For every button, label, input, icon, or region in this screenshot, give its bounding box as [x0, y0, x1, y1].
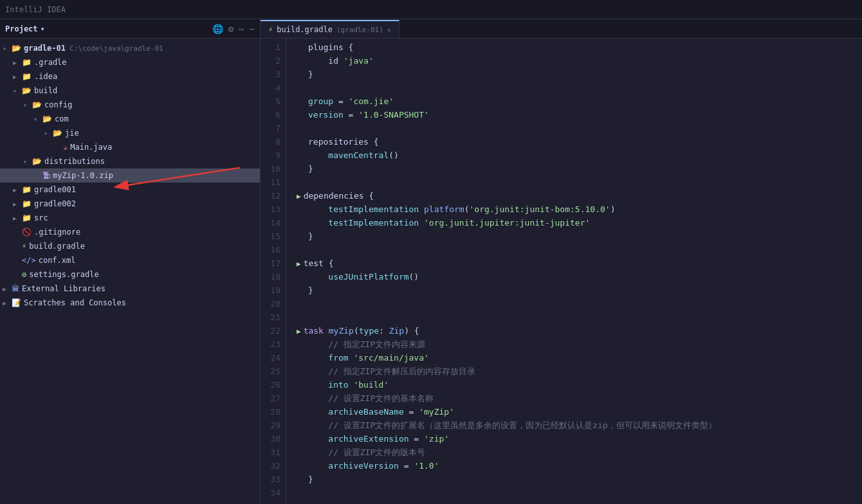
code-line: [297, 82, 852, 95]
line-number: 14: [266, 217, 280, 230]
tree-item-main-java[interactable]: ☕ Main.java: [0, 140, 260, 154]
tree-item-build[interactable]: ▾ 📂 build: [0, 84, 260, 98]
folder-icon: 📁: [22, 72, 32, 81]
tree-label: src: [34, 213, 48, 222]
code-line: [297, 176, 852, 190]
tree-item-jie[interactable]: ▾ 📂 jie: [0, 126, 260, 140]
arrow-icon: ▾: [3, 45, 12, 52]
tree-item-gradle002[interactable]: ▶ 📁 gradle002: [0, 197, 260, 211]
zip-file-icon: 🗜: [42, 171, 50, 180]
tree-label: com: [55, 114, 69, 123]
tab-close-button[interactable]: ✕: [387, 26, 391, 33]
line-number: 32: [266, 460, 280, 473]
line-number: 18: [266, 271, 280, 284]
folder-icon: 📁: [22, 58, 32, 67]
code-line: useJUnitPlatform(): [297, 271, 852, 284]
code-line: testImplementation 'org.junit.jupiter:ju…: [297, 217, 852, 230]
tree-item-config[interactable]: ▾ 📂 config: [0, 98, 260, 112]
folder-icon: 📁: [22, 199, 32, 208]
folder-open-icon: 📂: [32, 157, 42, 166]
tree-label: myZip-1.0.zip: [53, 171, 113, 180]
tree-item-distributions[interactable]: ▾ 📂 distributions: [0, 154, 260, 168]
code-line: // 设置ZIP文件的扩展名（这里虽然是多余的设置，因为已经默认认是zip，但可…: [297, 419, 852, 433]
editor-tab-build-gradle[interactable]: ⚡ build.gradle (gradle-01) ✕: [261, 20, 399, 38]
arrow-icon: ▾: [23, 102, 32, 109]
code-line: // 指定ZIP文件解压后的内容存放目录: [297, 365, 852, 379]
code-line: ▶task myZip(type: Zip) {: [297, 325, 852, 338]
settings-icon[interactable]: ⚙: [228, 24, 234, 34]
line-number: 15: [266, 230, 280, 244]
line-number: 1: [266, 41, 280, 55]
tree-label: gradle002: [34, 199, 76, 208]
tree-label: gradle001: [34, 185, 76, 194]
code-line: version = '1.0-SNAPSHOT': [297, 109, 852, 122]
code-line: // 设置ZIP文件的基本名称: [297, 392, 852, 406]
tree-item-gradle001[interactable]: ▶ 📁 gradle001: [0, 183, 260, 197]
title-bar-text: IntelliJ IDEA: [5, 5, 66, 14]
sidebar: Project ▾ 🌐 ⚙ ⋯ − ▾ 📂 gradle-01 C:\code\…: [0, 19, 261, 504]
arrow-icon: ▶: [3, 285, 12, 292]
tree-label: build.gradle: [29, 242, 85, 251]
line-number: 11: [266, 176, 280, 190]
tree-item-gitignore[interactable]: 🚫 .gitignore: [0, 225, 260, 239]
tree-label: build: [34, 86, 57, 95]
tree-label: config: [44, 100, 72, 109]
line-number: 22: [266, 325, 280, 338]
gradle-file-icon: ⚡: [22, 242, 26, 251]
tree-item-src[interactable]: ▶ 📁 src: [0, 211, 260, 225]
line-number: 21: [266, 311, 280, 325]
line-number: 16: [266, 244, 280, 257]
tree-item-conf-xml[interactable]: </> conf.xml: [0, 253, 260, 267]
tree-item-gradle[interactable]: ▶ 📁 .gradle: [0, 55, 260, 69]
code-line: archiveBaseName = 'myZip': [297, 406, 852, 419]
line-number: 27: [266, 392, 280, 406]
line-number: 8: [266, 136, 280, 149]
tree-label: .gradle: [34, 58, 67, 67]
tree-label: jie: [65, 129, 79, 138]
code-line: }: [297, 163, 852, 176]
chevron-down-icon: ▾: [41, 24, 45, 33]
code-line: [297, 122, 852, 136]
run-arrow-icon[interactable]: ▶: [297, 326, 301, 338]
title-bar: IntelliJ IDEA: [0, 0, 862, 19]
tree-label: .gitignore: [34, 228, 80, 237]
code-line: [297, 298, 852, 311]
run-arrow-icon[interactable]: ▶: [297, 258, 301, 270]
line-number: 3: [266, 68, 280, 82]
tree-item-settings-gradle[interactable]: ⚙ settings.gradle: [0, 267, 260, 282]
line-number: 31: [266, 446, 280, 460]
code-editor[interactable]: 1234567891011121314151617181920212223242…: [261, 39, 862, 504]
code-line: id 'java': [297, 55, 852, 68]
line-number: 33: [266, 473, 280, 487]
tree-item-build-gradle[interactable]: ⚡ build.gradle: [0, 239, 260, 253]
tree-label: External Libraries: [22, 284, 105, 293]
globe-icon[interactable]: 🌐: [212, 24, 223, 34]
code-line: // 指定ZIP文件内容来源: [297, 338, 852, 352]
tree-label: gradle-01: [24, 44, 66, 53]
line-number: 26: [266, 379, 280, 392]
sidebar-header-icons: 🌐 ⚙ ⋯ −: [212, 24, 255, 34]
main-layout: Project ▾ 🌐 ⚙ ⋯ − ▾ 📂 gradle-01 C:\code\…: [0, 19, 862, 504]
tree-item-myzip[interactable]: 🗜 myZip-1.0.zip: [0, 168, 260, 183]
tree-item-gradle-01[interactable]: ▾ 📂 gradle-01 C:\code\java\gradle-01: [0, 41, 260, 55]
tree-item-idea[interactable]: ▶ 📁 .idea: [0, 69, 260, 84]
editor-area: ⚡ build.gradle (gradle-01) ✕ 12345678910…: [261, 19, 862, 504]
run-arrow-icon[interactable]: ▶: [297, 191, 301, 203]
tree-item-com[interactable]: ▾ 📂 com: [0, 112, 260, 126]
tree-item-scratches[interactable]: ▶ 📝 Scratches and Consoles: [0, 296, 260, 310]
settings-file-icon: ⚙: [22, 270, 26, 279]
sidebar-tree: ▾ 📂 gradle-01 C:\code\java\gradle-01 ▶ 📁…: [0, 39, 260, 504]
tree-label: settings.gradle: [29, 270, 98, 279]
tree-label: Scratches and Consoles: [24, 298, 126, 307]
line-number: 24: [266, 352, 280, 365]
xml-file-icon: </>: [22, 256, 36, 265]
code-line: }: [297, 284, 852, 298]
code-line: [297, 311, 852, 325]
more-icon[interactable]: ⋯: [239, 24, 244, 34]
sidebar-header-left[interactable]: Project ▾: [5, 24, 45, 33]
tree-item-external-libraries[interactable]: ▶ 🏛 External Libraries: [0, 282, 260, 296]
minimize-icon[interactable]: −: [250, 24, 255, 34]
tree-label: conf.xml: [39, 256, 76, 265]
code-line: mavenCentral(): [297, 149, 852, 163]
code-line: into 'build': [297, 379, 852, 392]
